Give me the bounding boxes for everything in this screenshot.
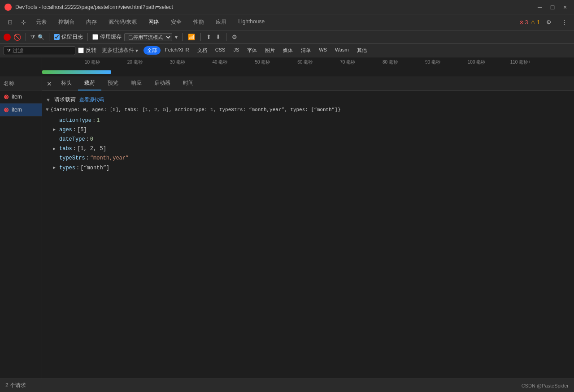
error-icon: ⊗ <box>4 93 9 100</box>
toolbar-right: ⊗ 3 ⚠ 1 ⚙ ⋮ <box>519 16 570 29</box>
close-button[interactable]: × <box>561 3 570 12</box>
request-count: 2 个请求 <box>5 382 26 389</box>
filter-type-JS[interactable]: JS <box>230 46 243 55</box>
stop-cache-checkbox[interactable] <box>92 34 98 40</box>
throttle-select[interactable]: 已停用节流模式快速3G慢速3G离线 <box>124 33 172 41</box>
main-tab-sources[interactable]: 源代码/来源 <box>103 16 142 29</box>
filter-type-Fetch/XHR[interactable]: Fetch/XHR <box>161 46 193 55</box>
timeline-tick: 60 毫秒 <box>297 59 313 65</box>
json-field-dateType: dateType : 0 <box>49 135 574 144</box>
filter-type-Wasm[interactable]: Wasm <box>331 46 352 55</box>
status-bar: 2 个请求 CSDN @PasteSpider <box>0 379 574 392</box>
view-source-link[interactable]: 查看源代码 <box>79 96 104 103</box>
network-toolbar: 🚫 ⧩ 🔍 保留日志 停用缓存 已停用节流模式快速3G慢速3G离线 ▾ 📶 ⬆ … <box>0 30 574 44</box>
filter-type-其他[interactable]: 其他 <box>353 46 370 55</box>
detail-tab-preview[interactable]: 预览 <box>101 77 125 90</box>
stop-cache-label[interactable]: 停用缓存 <box>92 33 122 41</box>
clear-button[interactable]: 🚫 <box>13 34 21 41</box>
more-options-icon[interactable]: ⋮ <box>558 16 570 29</box>
timeline-tick: 30 毫秒 <box>170 59 185 65</box>
detail-tab-headers[interactable]: 标头 <box>55 77 78 90</box>
search-icon[interactable]: 🔍 <box>38 34 44 40</box>
detail-panel: ✕ 标头载荷预览响应启动器时间 ▼ 请求载荷 查看源代码 ▼ {dateType… <box>42 77 574 379</box>
filter-type-文档[interactable]: 文档 <box>194 46 211 55</box>
timeline-bar-row <box>0 67 574 77</box>
json-collapse-icon[interactable]: ▼ <box>46 106 49 114</box>
preserve-log-checkbox[interactable] <box>54 34 60 40</box>
json-top-content: {dateType: 0, ages: [5], tabs: [1, 2, 5]… <box>51 106 341 114</box>
more-filters-button[interactable]: 更多过滤条件 ▾ <box>99 46 141 55</box>
error-badge[interactable]: ⊗ 3 <box>519 19 528 26</box>
request-list-header: 名称 <box>0 77 42 90</box>
main-tab-elements[interactable]: 元素 <box>30 16 52 29</box>
timeline-header: 10 毫秒20 毫秒30 毫秒40 毫秒50 毫秒60 毫秒70 毫秒80 毫秒… <box>0 57 574 67</box>
export-har-icon[interactable]: ⬆ <box>205 34 212 40</box>
timeline-bar-area <box>42 67 574 77</box>
invert-checkbox[interactable] <box>78 47 84 53</box>
filter-type-字体[interactable]: 字体 <box>244 46 261 55</box>
filter-type-全部[interactable]: 全部 <box>144 46 161 55</box>
invert-label[interactable]: 反转 <box>78 47 96 54</box>
close-detail-button[interactable]: ✕ <box>44 78 55 89</box>
main-tab-memory[interactable]: 内存 <box>81 16 102 29</box>
timeline-ruler: 10 毫秒20 毫秒30 毫秒40 毫秒50 毫秒60 毫秒70 毫秒80 毫秒… <box>42 57 574 67</box>
timeline-tick: 100 毫秒 <box>468 59 485 65</box>
detail-tab-initiator[interactable]: 启动器 <box>148 77 177 90</box>
json-field-ages: ▶ ages : [5] <box>49 125 574 135</box>
preserve-log-label[interactable]: 保留日志 <box>54 33 83 41</box>
timeline-left-pad <box>0 57 42 67</box>
timeline-tick: 90 毫秒 <box>425 59 440 65</box>
timeline-bar <box>42 70 111 74</box>
request-name: item <box>12 94 22 100</box>
expand-icon[interactable]: ▶ <box>53 146 58 153</box>
expand-icon[interactable]: ▶ <box>53 126 58 134</box>
minimize-button[interactable]: ─ <box>535 3 544 12</box>
network-condition-icon[interactable]: 📶 <box>187 34 196 40</box>
filter-type-CSS[interactable]: CSS <box>212 46 229 55</box>
main-tab-security[interactable]: 安全 <box>165 16 187 29</box>
request-list: 名称 ⊗ item ⊗ item <box>0 77 42 379</box>
filter-type-图片[interactable]: 图片 <box>261 46 278 55</box>
record-button[interactable] <box>4 34 11 41</box>
detail-tab-list: 标头载荷预览响应启动器时间 <box>55 77 200 90</box>
main-tab-network[interactable]: 网络 <box>143 16 165 29</box>
filter-type-WS[interactable]: WS <box>315 46 330 55</box>
import-har-icon[interactable]: ⬇ <box>215 34 222 40</box>
timeline-tick: 40 毫秒 <box>213 59 228 65</box>
main-tab-application[interactable]: 应用 <box>210 16 232 29</box>
timeline-bar-left <box>0 67 42 77</box>
timeline-tick: 110 毫秒+ <box>510 59 531 65</box>
request-item[interactable]: ⊗ item <box>0 90 42 103</box>
content-area: 名称 ⊗ item ⊗ item ✕ 标头载荷预览响应启动器时间 ▼ 请求载荷 … <box>0 77 574 379</box>
detail-tab-response[interactable]: 响应 <box>125 77 148 90</box>
filter-input[interactable] <box>13 47 66 54</box>
timeline-tick: 80 毫秒 <box>383 59 398 65</box>
titlebar-controls: ─ □ × <box>535 3 570 12</box>
divider-4 <box>182 33 183 41</box>
network-settings-icon[interactable]: ⚙ <box>231 34 238 40</box>
filter-type-清单[interactable]: 清单 <box>297 46 314 55</box>
timeline-tick: 20 毫秒 <box>127 59 143 65</box>
settings-icon[interactable]: ⚙ <box>543 16 555 29</box>
warning-badge[interactable]: ⚠ 1 <box>531 19 540 26</box>
filter-icon[interactable]: ⧩ <box>30 34 35 40</box>
json-field-actionType: actionType : 1 <box>49 116 574 125</box>
main-tab-console[interactable]: 控制台 <box>53 16 80 29</box>
main-tab-performance[interactable]: 性能 <box>188 16 209 29</box>
maximize-button[interactable]: □ <box>548 3 557 12</box>
more-filters-chevron-icon: ▾ <box>135 47 138 54</box>
dock-icon[interactable]: ⊡ <box>4 16 16 29</box>
inspect-icon[interactable]: ⊹ <box>17 16 30 29</box>
request-item[interactable]: ⊗ item <box>0 103 42 116</box>
divider-1 <box>26 33 26 41</box>
payload-section-collapse-icon[interactable]: ▼ <box>46 97 51 103</box>
throttle-dropdown-icon[interactable]: ▾ <box>175 34 178 40</box>
detail-tabs: ✕ 标头载荷预览响应启动器时间 <box>42 77 574 90</box>
filter-type-媒体[interactable]: 媒体 <box>279 46 296 55</box>
detail-tab-timing[interactable]: 时间 <box>177 77 200 90</box>
expand-icon[interactable]: ▶ <box>53 164 58 172</box>
payload-section-header: ▼ 请求载荷 查看源代码 <box>42 94 574 105</box>
main-tab-lighthouse[interactable]: Lighthouse <box>233 16 270 29</box>
detail-tab-payload[interactable]: 载荷 <box>78 77 101 90</box>
filter-funnel-icon: ⧩ <box>7 47 11 53</box>
